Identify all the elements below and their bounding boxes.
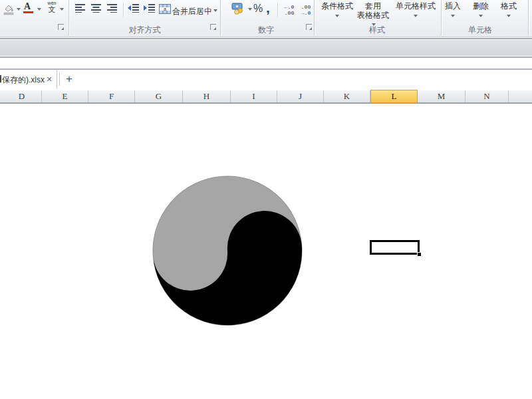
column-header-G[interactable]: G [135,90,183,102]
increase-decimal-top: ←.0 [285,4,294,10]
column-header-K[interactable]: K [324,90,370,102]
yin-yang-shape[interactable] [150,174,305,328]
close-tab-icon[interactable]: ✕ [44,74,55,84]
column-header-E[interactable]: E [42,90,88,102]
align-left-icon[interactable] [74,3,86,15]
merge-center-icon[interactable]: a [159,4,171,17]
insert-label: 插入 [445,1,461,11]
number-dialog-launcher-icon[interactable] [306,24,312,30]
fill-color-dropdown-icon[interactable] [17,8,21,11]
alignment-dialog-launcher-icon[interactable] [210,24,216,30]
column-header-N[interactable]: N [466,90,509,102]
number-group-label: 数字 [233,25,299,35]
font-color-bar [23,11,33,13]
conditional-formatting-button[interactable]: 条件格式 [317,1,357,17]
font-color-icon[interactable]: A [24,1,31,12]
group-separator [68,0,69,36]
font-dialog-launcher-icon[interactable] [58,24,64,30]
phonetic-dropdown-icon[interactable] [60,8,64,11]
styles-group-label: 样式 [344,25,410,35]
phonetic-top-text: wén [47,1,57,5]
column-header-J[interactable]: J [277,90,324,102]
group-separator [528,0,529,36]
font-color-dropdown-icon[interactable] [37,8,41,11]
column-header-I[interactable]: I [231,90,277,102]
excel-window: A wén 文 [0,0,532,399]
formula-bar-area [0,40,532,56]
phonetic-char-text: 文 [47,5,57,13]
group-separator [441,0,442,36]
ribbon-bottom-edge [0,38,532,39]
document-tabbar: 保存的).xlsx ✕ + [0,70,532,89]
accounting-dropdown-icon[interactable] [248,8,252,11]
conditional-formatting-label: 条件格式 [321,1,353,11]
cell-styles-dropdown-icon [414,15,418,17]
format-as-table-label-1: 套用 [365,1,381,11]
percent-style-button[interactable]: % [253,3,263,15]
cells-group-label: 单元格 [447,25,513,35]
format-cells-button[interactable]: 格式 [499,1,519,17]
conditional-formatting-dropdown-icon [335,15,339,17]
button-separator [123,3,124,17]
selected-cell-outline[interactable] [370,240,420,255]
phonetic-guide-icon[interactable]: wén 文 [47,1,57,13]
fill-handle[interactable] [417,252,421,256]
format-label: 格式 [501,1,517,11]
font-color-letter: A [24,1,31,11]
insert-cells-button[interactable]: 插入 [443,1,463,17]
sheet-grid[interactable] [0,104,532,399]
button-separator [277,3,278,17]
cell-styles-button[interactable]: 单元格样式 [392,1,439,17]
svg-text:a: a [164,7,166,11]
comma-style-button[interactable]: , [266,0,270,16]
align-right-icon[interactable] [106,3,118,15]
tab-divider [59,73,60,86]
delete-cells-button[interactable]: 删除 [471,1,491,17]
align-center-icon[interactable] [90,3,102,15]
column-header-L[interactable]: L [370,90,418,103]
column-header-M[interactable]: M [418,90,466,102]
accounting-format-icon[interactable] [231,3,246,17]
decrease-decimal-icon[interactable]: .00→.0 [299,4,313,16]
fill-color-icon[interactable] [3,3,15,18]
alignment-group-label: 对齐方式 [106,25,183,35]
column-header-H[interactable]: H [183,90,231,102]
decrease-decimal-top: .00 [301,4,311,10]
insert-dropdown-icon [451,15,455,17]
column-headers: DEFGHIJKLMN [0,90,532,104]
cell-styles-label: 单元格样式 [396,1,436,11]
ribbon: A wén 文 [0,0,532,37]
group-separator [220,0,221,36]
decrease-indent-icon[interactable] [127,3,140,15]
delete-dropdown-icon [479,15,483,17]
group-separator [314,0,315,36]
format-dropdown-icon [507,15,511,17]
decrease-decimal-bottom: →.0 [301,10,311,16]
clipped-char-mark [0,75,1,82]
increase-decimal-bottom: .00 [285,10,294,16]
increase-indent-icon[interactable] [143,3,156,15]
format-as-table-label-2: 表格格式 [357,11,389,20]
column-header-F[interactable]: F [88,90,135,102]
new-tab-button[interactable]: + [63,71,76,87]
column-header-D[interactable]: D [2,90,42,102]
merge-center-label[interactable]: 合并后居中 [172,6,212,17]
band-edge [0,57,532,58]
document-tab[interactable]: 保存的).xlsx ✕ [0,70,57,89]
increase-decimal-icon[interactable]: ←.0.00 [282,4,297,16]
document-tab-label: 保存的).xlsx [2,74,45,86]
delete-label: 删除 [473,1,489,11]
merge-center-dropdown-icon[interactable] [213,9,217,12]
